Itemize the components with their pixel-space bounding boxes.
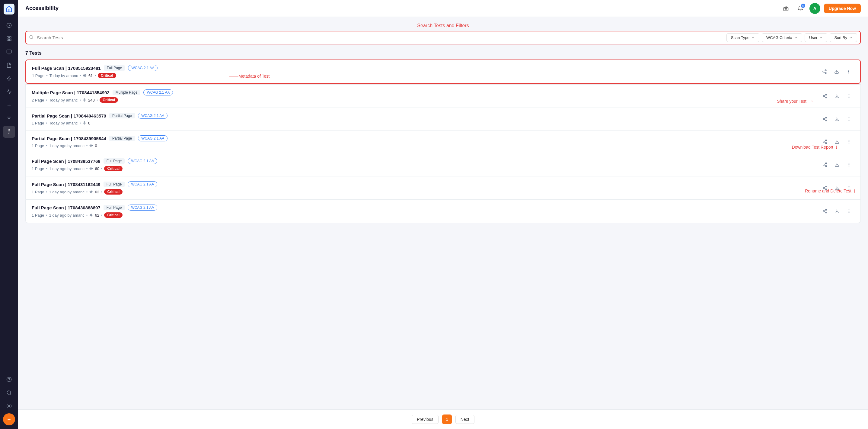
test-time-user: 1 day ago by amanc	[49, 190, 85, 194]
sidebar-item-pages[interactable]	[3, 59, 15, 71]
svg-rect-3	[10, 39, 11, 41]
share-button[interactable]	[819, 91, 830, 102]
sidebar-item-accessibility[interactable]	[3, 126, 15, 138]
scan-type-tag: Full Page	[103, 158, 125, 164]
svg-point-73	[849, 166, 849, 166]
svg-rect-5	[7, 50, 11, 53]
download-button[interactable]	[832, 159, 842, 170]
svg-line-51	[824, 118, 826, 119]
svg-point-40	[826, 97, 827, 98]
test-item[interactable]: Full Page Scan | 1708438537769 Full Page…	[25, 153, 861, 176]
svg-point-62	[849, 140, 849, 141]
filter-buttons: Scan Type WCAG Criteria User Sort By	[726, 33, 857, 42]
svg-point-19	[8, 405, 10, 407]
test-issues: 243	[88, 98, 95, 103]
share-button[interactable]	[819, 159, 830, 170]
test-item[interactable]: Full Page Scan | 1708430888897 Full Page…	[25, 199, 861, 223]
sort-by-filter[interactable]: Sort By	[830, 33, 857, 42]
scan-type-tag: Partial Page	[109, 136, 135, 141]
prev-page-button[interactable]: Previous	[412, 415, 438, 424]
more-options-button[interactable]	[843, 114, 855, 124]
test-time-user: 1 day ago by amanc	[49, 167, 85, 171]
scan-type-tag: Partial Page	[109, 113, 135, 118]
test-title-row: Full Page Scan | 1708515923481 Full Page…	[32, 65, 819, 71]
test-pages: 1 Page	[32, 143, 44, 148]
test-info: Full Page Scan | 1708438537769 Full Page…	[32, 158, 819, 171]
download-button[interactable]	[832, 114, 842, 124]
share-button[interactable]	[819, 66, 830, 77]
sidebar-item-settings[interactable]	[3, 400, 15, 412]
sidebar-item-search[interactable]	[3, 387, 15, 399]
user-filter[interactable]: User	[805, 33, 827, 42]
content-area: Search Tests and Filters Scan Type WCAG …	[18, 17, 868, 409]
test-item[interactable]: Multiple Page Scan | 1708441854992 Multi…	[25, 84, 861, 108]
download-button[interactable]	[832, 206, 842, 217]
download-button[interactable]	[832, 182, 842, 193]
sidebar-item-chart[interactable]	[3, 86, 15, 98]
test-item[interactable]: Full Page Scan | 1708515923481 Full Page…	[25, 59, 861, 84]
header: Accessibility 5 A Upgrade Now	[18, 0, 868, 17]
bug-icon: ❋	[89, 190, 93, 194]
test-meta-row: 1 Page • 1 day ago by amanc • ❋ 62 •Crit…	[32, 189, 819, 195]
sidebar-item-plus[interactable]	[3, 99, 15, 111]
test-item[interactable]: Full Page Scan | 1708431162449 Full Page…	[25, 176, 861, 199]
critical-badge: Critical	[104, 212, 123, 218]
test-actions	[819, 114, 855, 124]
test-item[interactable]: Partial Page Scan | 1708440463579 Partia…	[25, 108, 861, 130]
share-button[interactable]	[819, 114, 830, 124]
sidebar-item-filter[interactable]	[3, 112, 15, 124]
svg-point-89	[849, 210, 849, 210]
notification-bell-button[interactable]: 5	[795, 3, 806, 14]
test-pages: 1 Page	[32, 213, 44, 218]
more-options-button[interactable]	[843, 206, 855, 217]
sidebar-item-help[interactable]	[3, 373, 15, 385]
test-meta-row: 1 Page • 1 day ago by amanc • ❋ 62 •Crit…	[32, 212, 819, 218]
svg-point-65	[826, 163, 827, 164]
svg-line-50	[824, 119, 826, 120]
svg-point-17	[7, 391, 10, 394]
download-button[interactable]	[832, 136, 842, 147]
scan-type-filter[interactable]: Scan Type	[726, 33, 760, 42]
sidebar-item-analytics[interactable]	[3, 33, 15, 45]
sidebar-item-time[interactable]	[3, 19, 15, 31]
scan-type-tag: Multiple Page	[113, 90, 141, 95]
sidebar-item-grid[interactable]	[3, 46, 15, 58]
test-name: Partial Page Scan | 1708440463579	[32, 113, 106, 118]
test-info: Partial Page Scan | 1708439905844 Partia…	[32, 135, 819, 148]
bug-icon: ❋	[83, 73, 87, 78]
share-button[interactable]	[819, 136, 830, 147]
test-meta-row: 1 Page • 1 day ago by amanc • ❋ 60 •Crit…	[32, 166, 819, 171]
test-meta-row: 1 Page • Today by amanc • ❋ 0	[32, 120, 819, 125]
next-page-button[interactable]: Next	[456, 415, 474, 424]
sidebar-item-add-highlight[interactable]	[3, 413, 15, 425]
sidebar-logo[interactable]	[4, 4, 14, 15]
test-item[interactable]: Partial Page Scan | 1708439905844 Partia…	[25, 130, 861, 153]
svg-point-39	[823, 95, 824, 97]
wcag-criteria-filter[interactable]: WCAG Criteria	[762, 33, 802, 42]
share-button[interactable]	[819, 206, 830, 217]
search-input[interactable]	[37, 35, 723, 40]
test-pages: 1 Page	[32, 121, 44, 125]
test-time-user: 1 day ago by amanc	[49, 143, 85, 148]
more-options-button[interactable]	[843, 66, 854, 77]
test-name: Multiple Page Scan | 1708441854992	[32, 90, 110, 95]
svg-point-67	[826, 166, 827, 167]
svg-point-75	[823, 187, 824, 189]
download-button[interactable]	[832, 91, 842, 102]
wcag-tag: WCAG 2.1 AA	[128, 158, 157, 164]
svg-point-83	[826, 209, 827, 210]
download-button[interactable]	[831, 66, 842, 77]
more-options-button[interactable]	[843, 159, 855, 170]
svg-point-64	[849, 143, 849, 143]
more-options-button[interactable]	[843, 91, 855, 102]
test-info: Full Page Scan | 1708431162449 Full Page…	[32, 181, 819, 195]
current-page[interactable]: 1	[442, 414, 452, 424]
robot-icon-button[interactable]	[780, 3, 791, 14]
sidebar-item-bolt[interactable]	[3, 73, 15, 85]
share-button[interactable]	[819, 182, 830, 193]
more-options-button[interactable]	[843, 136, 855, 147]
svg-point-45	[849, 96, 849, 96]
more-options-button[interactable]	[843, 182, 855, 193]
upgrade-button[interactable]: Upgrade Now	[824, 4, 861, 13]
user-avatar[interactable]: A	[809, 3, 820, 14]
